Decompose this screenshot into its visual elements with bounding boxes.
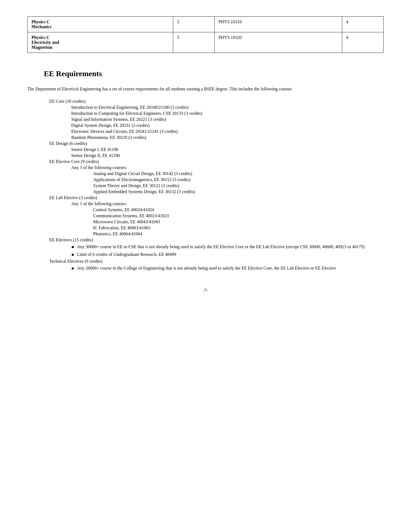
list-item: Introduction to Electrical Engineering, … xyxy=(71,105,384,110)
ee-elective-core-items: Analog and Digital Circuit Design, EE 30… xyxy=(27,171,384,194)
list-item: Signal and Information Systems, EE 20221… xyxy=(71,117,384,122)
table-row: Physics CMechanics 5 PHYS 10310 4 xyxy=(28,17,384,32)
intro-paragraph: The Department of Electrical Engineering… xyxy=(27,86,384,92)
tech-electives-bullets: ● Any 20000+ course in the College of En… xyxy=(27,265,384,271)
ee-design-label: EE Design (6 credits) xyxy=(49,141,384,146)
list-item: Random Phenomena, EE 30210 (3 credits) xyxy=(71,135,384,140)
ee-electives-bullets: ● Any 30000+ course in EE or CSE that is… xyxy=(27,244,384,258)
list-item: Microwave Circuits, EE 40043/41043 xyxy=(93,219,384,224)
table-row: Physics CElectricity andMagnetism 5 PHYS… xyxy=(28,32,384,53)
page-number: -7- xyxy=(27,288,384,293)
physics-table: Physics CMechanics 5 PHYS 10310 4 Physic… xyxy=(27,16,384,53)
ee-lab-elective-label: EE Lab Elective (3 credits) xyxy=(49,195,384,200)
ee-lab-elective-items: Control Systems, EE 40024/41024 Communic… xyxy=(27,207,384,236)
list-item: Senior Design I, EE 41190 xyxy=(71,147,384,152)
table-cell-col1-row1: Physics CMechanics xyxy=(28,17,173,32)
list-item: Introduction to Computing for Electrical… xyxy=(71,111,384,116)
ee-lab-elective-sublabel: Any 1 of the following courses: xyxy=(71,201,384,206)
page-content: Physics CMechanics 5 PHYS 10310 4 Physic… xyxy=(27,16,384,293)
bullet-icon: ● xyxy=(71,265,74,271)
list-item: Communication Systems, EE 40023/41023 xyxy=(93,213,384,218)
ee-core-items: Introduction to Electrical Engineering, … xyxy=(27,105,384,140)
bullet-text: Limit of 6 credits of Undergraduate Rese… xyxy=(77,251,384,258)
table-cell-col3-row1: PHYS 10310 xyxy=(215,17,342,32)
list-item: Electronic Devices and Circuits, EE 2024… xyxy=(71,129,384,134)
tech-electives-label: Technical Electives (9 credits) xyxy=(49,259,384,264)
list-item: Applications of Electromagnetics, EE 301… xyxy=(93,177,384,182)
list-item: System Theory and Design, EE 30122 (3 cr… xyxy=(93,183,384,188)
bullet-icon: ● xyxy=(71,252,74,258)
ee-core-label: EE Core (18 credits) xyxy=(49,99,384,104)
bullet-text: Any 30000+ course in EE or CSE that is n… xyxy=(77,244,384,250)
table-cell-col4-row2: 4 xyxy=(342,32,383,53)
list-item: ● Limit of 6 credits of Undergraduate Re… xyxy=(71,251,384,258)
section-heading: EE Requirements xyxy=(27,69,384,78)
ee-elective-core-label: EE Elective Core (9 credits) xyxy=(49,159,384,164)
table-cell-col2-row2: 5 xyxy=(173,32,214,53)
list-item: Applied Embedded Systems Design, EE 3013… xyxy=(93,189,384,194)
table-cell-col4-row1: 4 xyxy=(342,17,383,32)
list-item: Control Systems, EE 40024/41024 xyxy=(93,207,384,212)
list-item: Photonics, EE 40064/41064 xyxy=(93,231,384,236)
ee-electives-label: EE Electives (15 credits) xyxy=(49,238,384,242)
list-item: ● Any 30000+ course in EE or CSE that is… xyxy=(71,244,384,250)
bullet-icon: ● xyxy=(71,244,74,250)
list-item: Senior Design II, EE 41290 xyxy=(71,153,384,158)
list-item: Analog and Digital Circuit Design, EE 30… xyxy=(93,171,384,176)
table-cell-col3-row2: PHYS 10320 xyxy=(215,32,342,53)
table-cell-col1-row2: Physics CElectricity andMagnetism xyxy=(28,32,173,53)
ee-elective-core-sublabel: Any 3 of the following courses: xyxy=(71,165,384,170)
list-item: Digital System Design, EE 20231 (3 credi… xyxy=(71,123,384,128)
ee-design-items: Senior Design I, EE 41190 Senior Design … xyxy=(27,147,384,158)
table-cell-col2-row1: 5 xyxy=(173,17,214,32)
list-item: ● Any 20000+ course in the College of En… xyxy=(71,265,384,271)
bullet-text: Any 20000+ course in the College of Engi… xyxy=(77,265,384,271)
list-item: IC Fabrication, EE 40063/41063 xyxy=(93,225,384,230)
